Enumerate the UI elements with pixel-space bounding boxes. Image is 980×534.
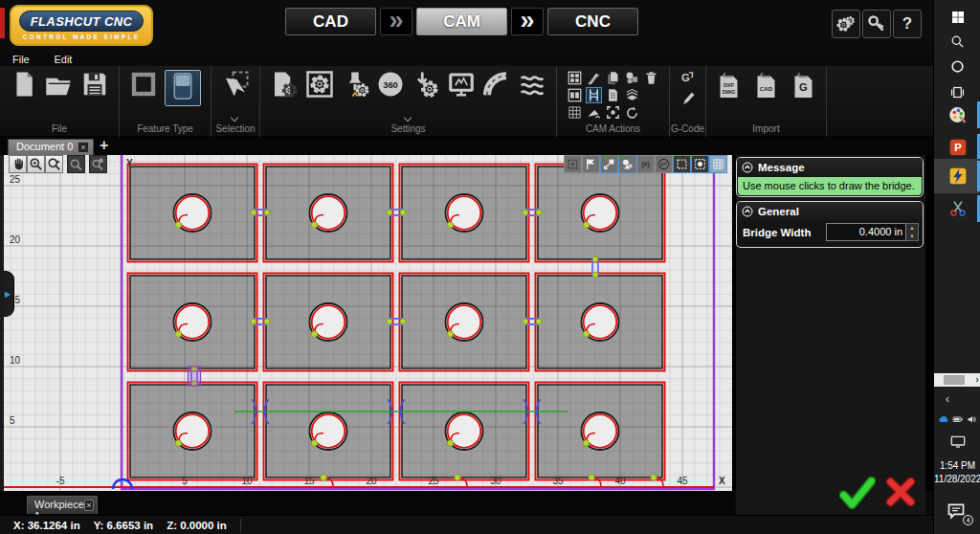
nest-button[interactable] — [567, 70, 583, 86]
import-gcode-button[interactable]: G — [791, 72, 816, 98]
taskbar-scrollbar[interactable]: › — [934, 373, 980, 387]
feature-square-button[interactable] — [129, 70, 158, 99]
accept-check-button[interactable] — [839, 477, 876, 509]
workpiece-tab-close-icon[interactable]: × — [84, 500, 94, 511]
measure-button[interactable] — [586, 104, 602, 121]
material-settings-button[interactable] — [518, 70, 546, 99]
pan-tool-button[interactable] — [9, 155, 27, 173]
svg-text:40: 40 — [614, 476, 626, 486]
toggle-numbers-button[interactable]: (#) — [636, 155, 655, 173]
coord-x: X: 36.1264 in — [13, 520, 80, 531]
workpiece-tab[interactable]: Workpiece 1 × — [27, 496, 98, 514]
general-title: General — [758, 206, 799, 217]
menu-edit[interactable]: Edit — [54, 54, 78, 65]
toggle-paths-button[interactable] — [655, 155, 673, 173]
selection-tool-button[interactable] — [221, 70, 250, 99]
collapse-chevron-icon[interactable] — [742, 206, 753, 217]
toggle-fit-button[interactable] — [564, 155, 582, 173]
grid-toggle-button[interactable] — [567, 104, 583, 121]
panel-flyout-handle[interactable]: ▶ — [4, 271, 14, 317]
machine-settings-button[interactable] — [305, 70, 334, 99]
onedrive-tray-icon[interactable] — [938, 412, 949, 429]
tab-cnc[interactable]: CNC — [547, 8, 638, 35]
toggle-leadins-button[interactable] — [600, 155, 618, 173]
plunge-settings-button[interactable] — [412, 70, 440, 99]
tray-expand-chevron[interactable]: ‹ — [938, 392, 957, 406]
bridge-width-input[interactable]: 0.4000 in — [826, 223, 906, 241]
g-arrow-icon: G — [679, 70, 696, 86]
flashcut-app[interactable] — [934, 159, 980, 193]
toggle-direction-button[interactable] — [582, 155, 600, 173]
menu-file[interactable]: File — [12, 54, 37, 65]
edit-gcode-button[interactable] — [679, 90, 696, 106]
zoom-extents-button[interactable] — [89, 155, 107, 173]
group-expand-chevron-icon[interactable] — [232, 115, 238, 122]
feature-part-button[interactable] — [165, 70, 201, 106]
tab-cad[interactable]: CAD — [285, 8, 376, 35]
bridge-tool-button[interactable] — [586, 87, 602, 103]
stepper-up-icon[interactable]: ▲ — [906, 224, 918, 233]
zoom-window-button[interactable] — [45, 155, 63, 173]
toggle-features-button[interactable] — [618, 155, 636, 173]
volume-tray-icon[interactable] — [967, 412, 978, 429]
title-bar: FLASHCUT CNC CONTROL MADE SIMPLE CAD » C… — [0, 0, 933, 50]
svg-text:X: X — [719, 476, 725, 486]
delete-button[interactable] — [643, 70, 659, 86]
group-expand-chevron-icon[interactable] — [405, 115, 412, 122]
open-file-button[interactable] — [45, 70, 74, 99]
scrollbar-thumb[interactable] — [944, 375, 965, 385]
cancel-x-button[interactable] — [885, 477, 916, 507]
array-button[interactable] — [567, 87, 583, 103]
coord-y: Y: 6.6653 in — [94, 520, 153, 531]
zoom-in-button[interactable] — [27, 155, 45, 173]
taskbar-clock[interactable]: 1:54 PM11/28/2022 — [934, 459, 980, 486]
paint-app[interactable] — [934, 100, 980, 130]
report-button[interactable] — [605, 87, 621, 103]
display-tray-icon[interactable] — [934, 431, 980, 452]
battery-tray-icon[interactable] — [952, 412, 964, 429]
new-document-tab-button[interactable]: + — [100, 137, 108, 154]
import-gcode-icon: G — [791, 72, 816, 98]
toggle-selection-box-button[interactable] — [673, 155, 691, 173]
svg-text:30: 30 — [490, 476, 501, 486]
message-header[interactable]: Message — [737, 158, 923, 176]
pipe-settings-button[interactable] — [482, 70, 511, 99]
cloud-icon — [938, 413, 949, 425]
help-button[interactable]: ? — [893, 10, 922, 38]
rotary-settings-button[interactable]: 360 — [376, 70, 405, 99]
save-file-button[interactable] — [80, 70, 109, 99]
collapse-chevron-icon[interactable] — [742, 162, 753, 173]
document-tab[interactable]: Document 0 × — [8, 139, 94, 155]
layers-button[interactable] — [624, 87, 640, 103]
generate-gcode-button[interactable]: G — [679, 70, 696, 86]
general-header[interactable]: General — [737, 202, 923, 220]
confirm-controls — [839, 477, 916, 509]
group-button[interactable] — [624, 70, 640, 86]
import-cad-button[interactable]: CAD — [753, 72, 779, 98]
doc-gear-icon — [270, 70, 299, 99]
notification-center-button[interactable]: 4 — [947, 501, 969, 523]
flashcut-logo: FLASHCUT CNC CONTROL MADE SIMPLE — [10, 5, 153, 46]
stepper-down-icon[interactable]: ▼ — [906, 233, 918, 241]
import-dxf-dwg-button[interactable]: DXFDWG — [716, 72, 742, 98]
system-settings-button[interactable] — [832, 10, 860, 38]
toggle-grid-button[interactable] — [709, 155, 727, 173]
tab-cam[interactable]: CAM — [416, 8, 507, 35]
toggle-points-button[interactable] — [691, 155, 709, 173]
display-settings-button[interactable] — [447, 70, 476, 99]
duplicate-button[interactable] — [605, 70, 621, 86]
drawing-canvas[interactable]: -551015202530354045252015105YX — [4, 155, 732, 491]
zoom-selection-button[interactable] — [605, 104, 621, 121]
plunge-gear-icon — [412, 70, 440, 99]
document-tab-close-icon[interactable]: × — [78, 142, 89, 153]
reset-button[interactable] — [624, 104, 640, 121]
license-key-button[interactable] — [862, 10, 891, 38]
zoom-previous-button[interactable] — [67, 155, 85, 173]
snipping-tool-app[interactable] — [934, 193, 980, 224]
torch-settings-button[interactable] — [341, 70, 369, 99]
scrollbar-arrow-icon[interactable]: › — [975, 373, 979, 385]
document-settings-button[interactable] — [270, 70, 299, 99]
new-file-button[interactable] — [10, 70, 38, 99]
group-shapes-icon — [625, 71, 639, 85]
kerf-button[interactable] — [586, 70, 602, 86]
